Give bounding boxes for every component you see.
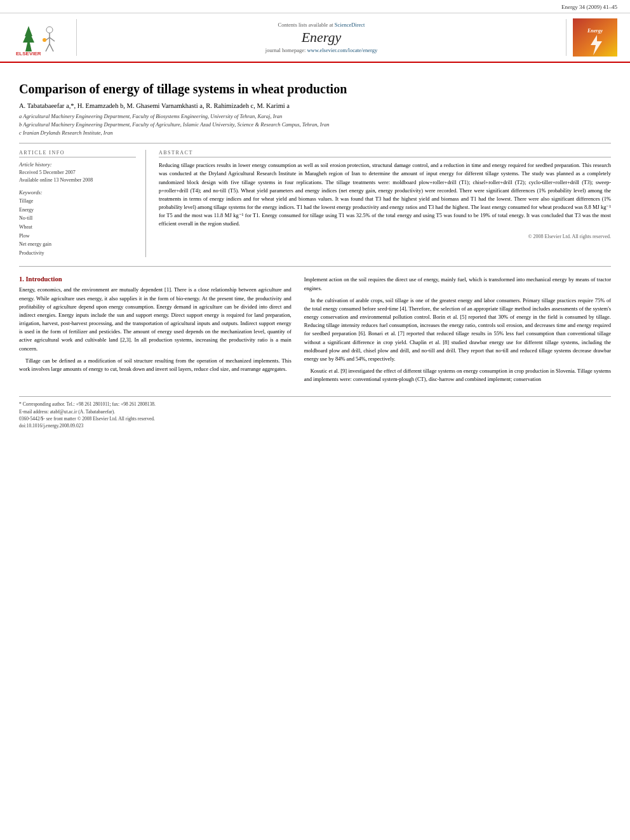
svg-text:Energy: Energy	[587, 28, 603, 34]
journal-reference: Energy 34 (2009) 41–45	[0, 0, 630, 13]
affiliations: a Agricultural Machinery Engineering Dep…	[19, 112, 611, 137]
svg-text:ELSEVIER: ELSEVIER	[16, 51, 41, 57]
bottom-separator	[19, 266, 611, 267]
energy-logo-box: Energy	[573, 18, 617, 57]
copyright-line: © 2008 Elsevier Ltd. All rights reserved…	[159, 234, 611, 239]
journal-banner: ELSEVIER Contents lists available at Sci…	[0, 13, 630, 63]
section-title-text: Introduction	[26, 276, 62, 283]
journal-name: Energy	[83, 29, 560, 46]
affiliation-a: a Agricultural Machinery Engineering Dep…	[19, 112, 611, 121]
intro-paragraph-2: Tillage can be defined as a modification…	[19, 357, 292, 373]
abstract-heading: Abstract	[159, 150, 611, 157]
body-left-column: 1. Introduction Energy, economics, and t…	[19, 276, 292, 387]
body-right-column: Implement action on the soil requires th…	[304, 276, 611, 387]
intro-paragraph-1: Energy, economics, and the environment a…	[19, 286, 292, 352]
keyword-4: Wheat	[19, 223, 136, 232]
footnote-section: * Corresponding author. Tel.: +98 261 28…	[19, 396, 611, 429]
available-date: Available online 13 November 2008	[19, 177, 136, 184]
received-date: Received 5 December 2007	[19, 169, 136, 177]
right-paragraph-2: In the cultivation of arable crops, soil…	[304, 297, 611, 363]
keyword-6: Net energy gain	[19, 240, 136, 249]
keywords-list: Tillage Energy No-till Wheat Plow Net en…	[19, 197, 136, 257]
sciencedirect-text: Contents lists available at	[278, 22, 333, 28]
history-label: Article history:	[19, 161, 136, 168]
keyword-7: Productivity	[19, 249, 136, 258]
history-dates: Received 5 December 2007 Available onlin…	[19, 169, 136, 184]
authors: A. Tabatabaeefar a,*, H. Emamzadeh b, M.…	[19, 102, 611, 109]
introduction-title: 1. Introduction	[19, 276, 292, 283]
abstract-column: Abstract Reducing tillage practices resu…	[159, 150, 611, 257]
footnote-star: * Corresponding author. Tel.: +98 261 28…	[19, 401, 611, 408]
keyword-2: Energy	[19, 206, 136, 215]
keywords-label: Keywords:	[19, 189, 136, 196]
sciencedirect-link[interactable]: ScienceDirect	[335, 22, 365, 28]
elsevier-logo: ELSEVIER	[13, 18, 70, 57]
footnote-issn: 0360-5442/$- see front matter © 2008 Els…	[19, 415, 611, 422]
svg-point-10	[43, 38, 46, 42]
footnote-doi: doi:10.1016/j.energy.2008.09.023	[19, 422, 611, 429]
article-title: Comparison of energy of tillage systems …	[19, 81, 611, 97]
abstract-text: Reducing tillage practices results in lo…	[159, 161, 611, 228]
keyword-1: Tillage	[19, 197, 136, 206]
introduction-body-left: Energy, economics, and the environment a…	[19, 286, 292, 373]
section-number: 1.	[19, 276, 24, 283]
affiliation-b: b Agricultural Machinery Engineering Dep…	[19, 121, 611, 129]
separator-line	[19, 143, 611, 143]
article-info-heading: Article Info	[19, 150, 136, 157]
keyword-5: Plow	[19, 232, 136, 241]
banner-center: Contents lists available at ScienceDirec…	[76, 19, 566, 56]
authors-text: A. Tabatabaeefar a,*, H. Emamzadeh b, M.…	[19, 102, 290, 109]
introduction-body-right: Implement action on the soil requires th…	[304, 276, 611, 383]
keyword-3: No-till	[19, 214, 136, 223]
main-content: Comparison of energy of tillage systems …	[0, 63, 630, 442]
affiliation-c: c Iranian Drylands Research Institute, I…	[19, 129, 611, 137]
footnote-email: E-mail address: atabf@ut.ac.ir (A. Tabat…	[19, 408, 611, 415]
right-paragraph-3: Kosutic et al. [9] investigated the effe…	[304, 367, 611, 383]
right-paragraph-1: Implement action on the soil requires th…	[304, 276, 611, 292]
homepage-link[interactable]: www.elsevier.com/locate/energy	[307, 47, 377, 53]
article-info-column: Article Info Article history: Received 5…	[19, 150, 146, 257]
homepage-text: journal homepage:	[265, 47, 306, 53]
info-abstract-section: Article Info Article history: Received 5…	[19, 150, 611, 257]
body-content: 1. Introduction Energy, economics, and t…	[19, 276, 611, 387]
